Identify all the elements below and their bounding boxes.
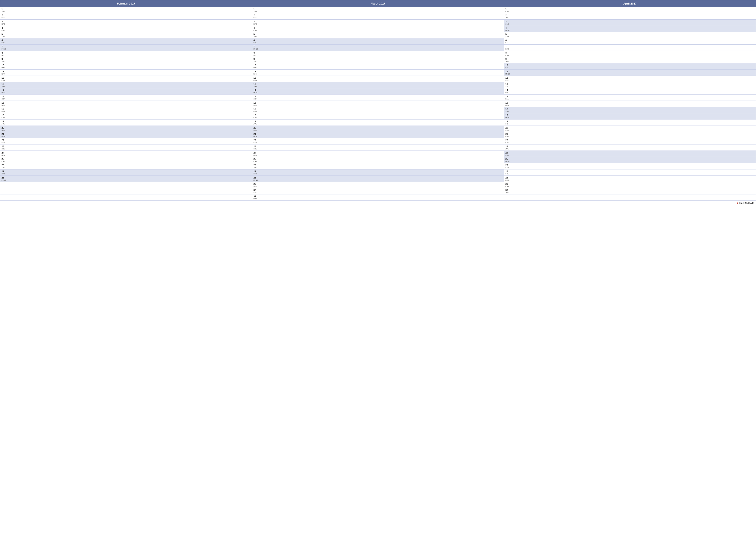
day-name: SEN xyxy=(505,123,754,125)
day-number: 18 xyxy=(505,114,754,117)
day-cell-month2-day18: 18MING xyxy=(504,113,756,119)
day-cell-month2-day30: 30JUM xyxy=(504,188,756,194)
day-number: 25 xyxy=(2,157,251,161)
day-cell-month0-day25: 25KAM xyxy=(0,157,252,163)
day-name: MING xyxy=(254,179,502,181)
days-row-9: 9SEL9SEL9JUM xyxy=(0,57,756,63)
day-cell-month2-day1: 1KAM xyxy=(504,7,756,13)
day-name: SAB xyxy=(505,111,754,113)
day-number: 20 xyxy=(2,126,251,129)
day-name: KAM xyxy=(254,73,502,75)
day-name: RAB xyxy=(505,179,754,181)
day-number: 26 xyxy=(254,164,502,167)
day-name: JUM xyxy=(2,36,251,38)
day-name: KAM xyxy=(505,142,754,144)
day-name: SEN xyxy=(254,98,502,100)
day-number: 6 xyxy=(2,39,251,42)
day-number: 9 xyxy=(254,58,502,61)
day-name: SEL xyxy=(2,104,251,106)
days-row-21: 21MING21MING21RAB xyxy=(0,132,756,138)
day-number: 4 xyxy=(2,26,251,29)
day-number: 16 xyxy=(2,101,251,104)
day-cell-month2-day9: 9JUM xyxy=(504,57,756,63)
day-number: 27 xyxy=(2,170,251,173)
day-cell-month0-day2: 2SEL xyxy=(0,13,252,19)
day-cell-month0-day7: 7MING xyxy=(0,44,252,51)
day-cell-month2-day11: 11MING xyxy=(504,69,756,76)
day-name: RAB xyxy=(505,48,754,50)
day-number: 4 xyxy=(254,26,502,29)
day-cell-month2-day6: 6SEL xyxy=(504,38,756,44)
days-row-19: 19JUM19JUM19SEN xyxy=(0,119,756,126)
day-cell-month2-day21: 21RAB xyxy=(504,132,756,138)
day-name: SEN xyxy=(254,185,502,188)
day-number: 25 xyxy=(505,157,754,161)
day-name: SAB xyxy=(2,129,251,131)
day-name: KAM xyxy=(505,54,754,56)
day-name: JUM xyxy=(2,123,251,125)
days-row-28: 28MING28MING28RAB xyxy=(0,175,756,182)
day-cell-month0-day10: 10RAB xyxy=(0,63,252,69)
day-cell-month1-day14: 14MING xyxy=(252,88,504,94)
day-name: SEN xyxy=(254,54,502,56)
day-number: 9 xyxy=(2,58,251,61)
day-name: SEL xyxy=(2,148,251,150)
day-name: SAB xyxy=(254,86,502,88)
day-name: SEN xyxy=(505,36,754,38)
days-row-12: 12JUM12JUM12SEN xyxy=(0,76,756,82)
day-name: RAB xyxy=(2,67,251,69)
day-number: 4 xyxy=(505,26,754,29)
day-name: JUM xyxy=(505,61,754,63)
calendar-grid: Februari 2027 Maret 2027 April 2027 1SEN… xyxy=(0,0,756,206)
day-number: 23 xyxy=(254,145,502,148)
day-name: MING xyxy=(2,136,251,138)
day-name: KAM xyxy=(254,161,502,163)
day-cell-month0-day5: 5JUM xyxy=(0,32,252,38)
day-name: SEL xyxy=(505,42,754,44)
day-number: 18 xyxy=(254,114,502,117)
day-cell-month0-day21: 21MING xyxy=(0,132,252,138)
day-number: 14 xyxy=(2,89,251,92)
day-number: 12 xyxy=(505,76,754,79)
day-name: JUM xyxy=(254,167,502,169)
day-cell-month1-day8: 8SEN xyxy=(252,51,504,57)
day-cell-month1-day11: 11KAM xyxy=(252,69,504,76)
day-number: 29 xyxy=(505,182,754,185)
day-number: 2 xyxy=(254,14,502,17)
day-number: 31 xyxy=(254,195,502,198)
day-name: SEL xyxy=(505,173,754,175)
day-cell-month1-day28: 28MING xyxy=(252,176,504,182)
day-cell-month1-day21: 21MING xyxy=(252,132,504,138)
day-number: 8 xyxy=(2,51,251,54)
day-cell-month1-day22: 22SEN xyxy=(252,138,504,144)
days-row-7: 7MING7MING7RAB xyxy=(0,44,756,51)
day-number: 24 xyxy=(2,151,251,154)
day-cell-month2-day14: 14RAB xyxy=(504,88,756,94)
days-row-2: 2SEL2SEL2JUM xyxy=(0,13,756,19)
day-name: RAB xyxy=(254,67,502,69)
day-cell-month0-day6: 6SAB xyxy=(0,38,252,44)
day-number: 17 xyxy=(2,108,251,111)
day-number: 14 xyxy=(505,89,754,92)
day-number: 16 xyxy=(254,101,502,104)
day-name: SEL xyxy=(254,17,502,19)
day-name: JUM xyxy=(505,104,754,106)
day-number: 5 xyxy=(2,33,251,36)
day-cell-month0-day13: 13SAB xyxy=(0,82,252,88)
day-cell-month0-day12: 12JUM xyxy=(0,76,252,82)
day-name: SEL xyxy=(254,61,502,63)
day-name: SAB xyxy=(254,173,502,175)
day-number: 11 xyxy=(505,70,754,73)
day-number: 16 xyxy=(505,101,754,104)
day-number: 10 xyxy=(505,64,754,67)
day-cell-month1-day17: 17RAB xyxy=(252,107,504,113)
month-headers-row: Februari 2027 Maret 2027 April 2027 xyxy=(0,0,756,7)
day-number: 10 xyxy=(2,64,251,67)
day-name: KAM xyxy=(505,11,754,13)
day-number: 25 xyxy=(254,157,502,161)
day-number: 24 xyxy=(254,151,502,154)
day-number: 3 xyxy=(254,20,502,23)
days-row-6: 6SAB6SAB6SEL xyxy=(0,38,756,44)
day-name: MING xyxy=(2,48,251,50)
day-cell-month1-day3: 3RAB xyxy=(252,20,504,26)
